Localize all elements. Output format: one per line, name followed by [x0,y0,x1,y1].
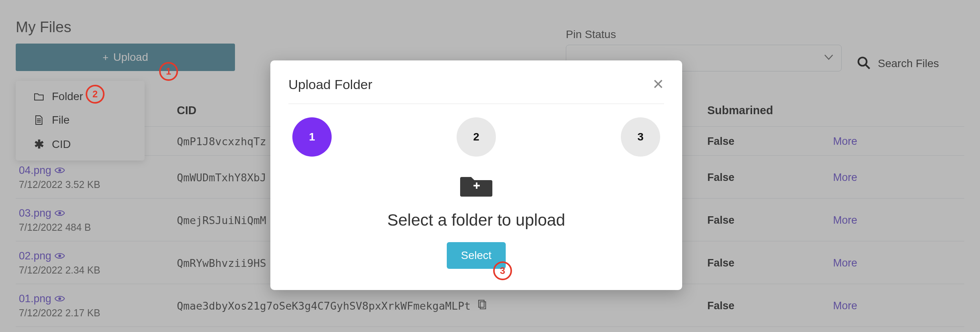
modal-header: Upload Folder ✕ [288,76,664,104]
step-2[interactable]: 2 [457,117,496,157]
modal-message: Select a folder to upload [288,211,664,230]
modal-close-button[interactable]: ✕ [652,76,664,93]
modal-title: Upload Folder [288,77,373,92]
svg-rect-12 [476,182,477,189]
close-icon: ✕ [652,76,664,92]
step-1[interactable]: 1 [292,117,332,157]
folder-add-icon [460,192,492,199]
upload-folder-modal: Upload Folder ✕ 1 2 3 Select a folder to… [270,60,682,290]
annotation-marker-2: 2 [86,85,105,104]
annotation-marker-3: 3 [493,261,512,280]
stepper: 1 2 3 [288,104,664,164]
annotation-marker-1: 1 [159,62,178,81]
step-3[interactable]: 3 [621,117,660,157]
